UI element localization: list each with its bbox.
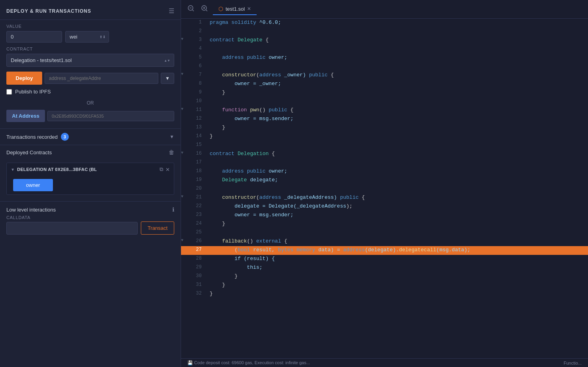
line-content: this;	[206, 264, 588, 272]
at-address-input[interactable]	[47, 111, 174, 121]
deploy-button[interactable]: Deploy	[6, 72, 42, 85]
code-line-17: 17	[181, 159, 588, 167]
code-line-4: 4	[181, 45, 588, 54]
code-line-13: 13 }	[181, 124, 588, 132]
line-number: 12	[187, 115, 206, 122]
code-line-12: 12 owner = msg.sender;	[181, 115, 588, 124]
calldata-label: CALLDATA	[0, 215, 181, 220]
line-number: 6	[187, 62, 206, 70]
chevron-down-button[interactable]: ▼	[161, 73, 174, 84]
line-number: 23	[187, 211, 206, 219]
line-content: pragma solidity ^0.6.0;	[206, 19, 588, 27]
line-content	[206, 45, 588, 53]
line-number: 2	[187, 27, 206, 35]
line-content: }	[206, 132, 588, 141]
fold-arrow: ▼	[181, 106, 187, 113]
code-line-8: 8 owner = _owner;	[181, 80, 588, 89]
calldata-input[interactable]	[6, 222, 138, 235]
deploy-row: Deploy ▼	[0, 72, 181, 85]
line-content: address public owner;	[206, 167, 588, 176]
line-number: 29	[187, 264, 206, 271]
code-line-14: 14}	[181, 132, 588, 141]
panel-menu-icon[interactable]: ☰	[169, 7, 174, 15]
contract-instance-title: DELEGATION AT 0X2E8...3BFAC (BL	[17, 167, 157, 172]
line-content: owner = msg.sender;	[206, 115, 588, 123]
code-line-31: 31 }	[181, 281, 588, 290]
line-content: }	[206, 124, 588, 132]
zoom-in-button[interactable]	[199, 4, 210, 14]
info-icon[interactable]: ℹ	[172, 206, 174, 213]
contract-instance-header[interactable]: ▼ DELEGATION AT 0X2E8...3BFAC (BL ⧉ ✕	[7, 163, 174, 176]
svg-line-2	[193, 10, 194, 11]
panel-header: DEPLOY & RUN TRANSACTIONS ☰	[0, 0, 181, 20]
line-number: 19	[187, 176, 206, 184]
contract-label: CONTRACT	[0, 47, 181, 51]
code-line-16: ▼16contract Delegation {	[181, 150, 588, 159]
contract-select[interactable]: Delegation - tests/test1.sol	[6, 54, 174, 67]
contract-select-wrapper: Delegation - tests/test1.sol	[0, 54, 181, 67]
deployed-contracts-title: Deployed Contracts	[6, 150, 52, 155]
code-line-20: 20	[181, 185, 588, 194]
code-line-23: 23 owner = msg.sender;	[181, 211, 588, 220]
line-number: 26	[187, 237, 206, 245]
publish-label: Publish to IPFS	[15, 89, 51, 95]
status-bar: 💾 Code deposit cost: 69600 gas, Executio…	[181, 358, 588, 367]
copy-icon[interactable]: ⧉	[160, 166, 163, 173]
line-number: 1	[187, 19, 206, 26]
code-line-15: 15	[181, 141, 588, 150]
code-line-5: 5 address public owner;	[181, 54, 588, 62]
value-label: VALUE	[6, 24, 174, 29]
file-icon: ⬡	[218, 6, 223, 12]
code-line-6: 6	[181, 62, 588, 71]
low-level-header: Low level interactions ℹ	[0, 201, 181, 215]
trash-icon[interactable]: 🗑	[169, 149, 174, 155]
code-line-18: 18 address public owner;	[181, 167, 588, 176]
svg-line-6	[206, 10, 207, 11]
code-line-22: 22 delegate = Delegate(_delegateAddress)…	[181, 202, 588, 211]
code-line-26: ▼26 fallback() external {	[181, 237, 588, 246]
line-content	[206, 141, 588, 150]
code-line-25: 25	[181, 229, 588, 237]
transact-button[interactable]: Transact	[141, 221, 174, 235]
status-right: Functio...	[564, 361, 582, 365]
code-line-2: 2	[181, 27, 588, 36]
line-number: 21	[187, 194, 206, 201]
instance-close-icon[interactable]: ✕	[165, 167, 170, 173]
code-line-27: 27 (bool result, bytes memory data) = ad…	[181, 246, 588, 255]
value-section: VALUE wei gwei finney ether	[0, 20, 181, 47]
wei-select-wrapper: wei gwei finney ether	[65, 31, 109, 43]
line-content: if (result) {	[206, 255, 588, 263]
line-number: 27	[187, 246, 206, 254]
line-content: owner = msg.sender;	[206, 211, 588, 219]
zoom-out-button[interactable]	[186, 4, 196, 14]
line-number: 25	[187, 229, 206, 236]
line-content: constructor(address _delegateAddress) pu…	[206, 194, 588, 202]
tab-close-icon[interactable]: ✕	[247, 6, 251, 12]
at-address-button[interactable]: At Address	[6, 110, 45, 122]
code-editor[interactable]: 1pragma solidity ^0.6.0; 2 ▼3contract De…	[181, 19, 588, 358]
line-content: }	[206, 272, 588, 281]
code-line-24: 24 }	[181, 220, 588, 229]
calldata-row: Transact	[0, 221, 181, 235]
line-number: 3	[187, 36, 206, 44]
line-content: }	[206, 220, 588, 228]
line-content	[206, 62, 588, 71]
line-content	[206, 185, 588, 193]
transactions-header[interactable]: Transactions recorded 3 ▼	[0, 128, 181, 145]
line-number: 10	[187, 97, 206, 105]
value-input[interactable]	[6, 31, 62, 43]
tab-test1-sol[interactable]: ⬡ test1.sol ✕	[213, 3, 257, 15]
line-content: Delegate delegate;	[206, 176, 588, 184]
delegate-address-input[interactable]	[45, 73, 158, 84]
line-number: 24	[187, 220, 206, 227]
line-number: 28	[187, 255, 206, 262]
code-line-30: 30 }	[181, 272, 588, 281]
at-address-row: At Address	[0, 110, 181, 122]
wei-select[interactable]: wei gwei finney ether	[65, 31, 109, 43]
editor-area: ⬡ test1.sol ✕ 1pragma solidity ^0.6.0; 2…	[181, 0, 588, 367]
code-line-1: 1pragma solidity ^0.6.0;	[181, 19, 588, 27]
code-line-29: 29 this;	[181, 264, 588, 272]
line-number: 14	[187, 132, 206, 140]
owner-button[interactable]: owner	[13, 179, 53, 191]
publish-ipfs-checkbox[interactable]	[6, 89, 12, 95]
